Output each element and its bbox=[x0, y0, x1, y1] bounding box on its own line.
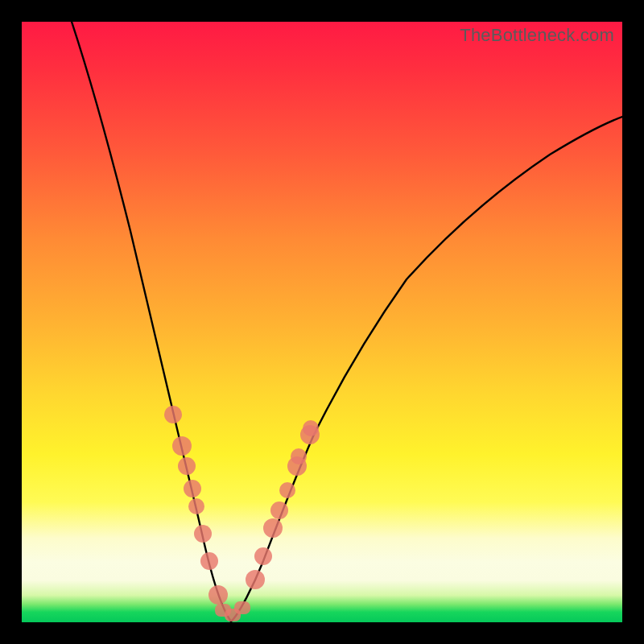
bottleneck-curve bbox=[22, 22, 622, 622]
data-dot bbox=[184, 480, 201, 497]
data-dot bbox=[172, 436, 192, 456]
data-dot bbox=[208, 585, 228, 605]
data-dot bbox=[246, 570, 265, 589]
data-dot bbox=[194, 525, 212, 543]
data-dot bbox=[263, 518, 283, 538]
data-dot bbox=[254, 547, 272, 565]
data-dot bbox=[188, 498, 204, 514]
data-dot bbox=[303, 420, 319, 436]
data-dot bbox=[164, 406, 182, 423]
data-dot bbox=[234, 601, 250, 614]
chart-frame: TheBottleneck.com bbox=[0, 0, 644, 644]
curve-right-branch bbox=[231, 117, 622, 621]
data-dot bbox=[279, 482, 295, 498]
gradient-plot-area: TheBottleneck.com bbox=[22, 22, 622, 622]
data-dot bbox=[200, 552, 218, 570]
data-dot bbox=[291, 448, 307, 464]
data-dot bbox=[178, 457, 196, 475]
data-dot bbox=[270, 502, 288, 519]
